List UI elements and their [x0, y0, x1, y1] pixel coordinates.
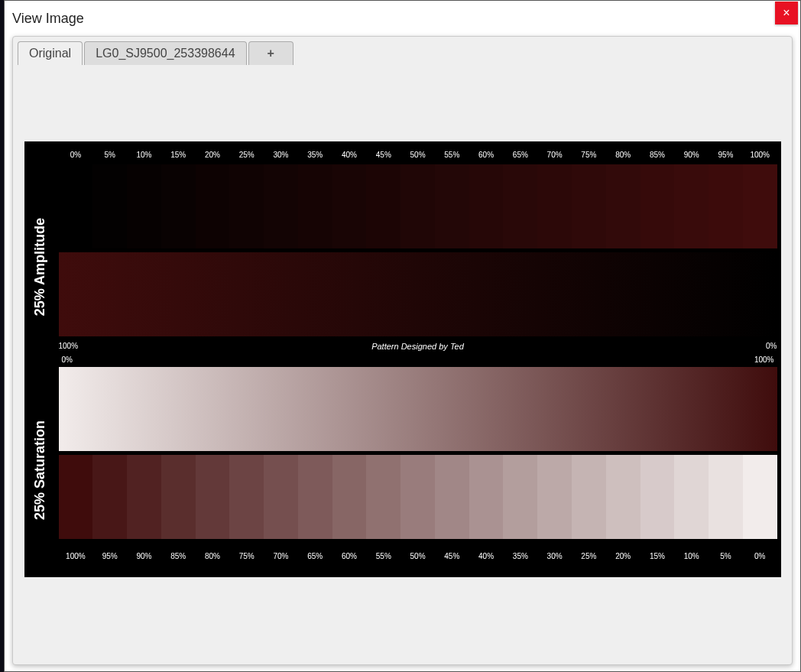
ramp-step	[469, 164, 504, 248]
tick-label: 75%	[229, 552, 264, 560]
ramp-step	[709, 455, 743, 539]
tick-label: 15%	[640, 552, 675, 560]
ramp-step	[435, 164, 469, 248]
ramp-step	[366, 455, 400, 539]
image-canvas-area: 0%5%10%15%20%25%30%35%40%45%50%55%60%65%…	[13, 65, 792, 664]
ramp-step	[229, 455, 264, 539]
ramp-step	[196, 455, 230, 539]
tick-label: 95%	[709, 151, 743, 159]
tick-label: 80%	[196, 552, 230, 560]
mid2-left-label: 0%	[62, 355, 73, 364]
mid2-label-row: 0% 100%	[62, 355, 774, 364]
tick-label: 20%	[196, 151, 230, 159]
close-button[interactable]: ×	[775, 2, 798, 24]
bottom-tick-row: 100%95%90%85%80%75%70%65%60%55%50%45%40%…	[59, 552, 777, 560]
ramp-step	[366, 164, 400, 248]
saturation-desc-strip	[59, 455, 777, 539]
ramp-step	[59, 164, 93, 248]
tick-label: 10%	[674, 552, 709, 560]
ramp-step	[196, 164, 230, 248]
tick-label: 55%	[366, 552, 400, 560]
tick-label: 35%	[503, 552, 537, 560]
ramp-step	[92, 164, 127, 248]
saturation-label: 25% Saturation	[32, 420, 48, 520]
tick-label: 65%	[503, 151, 537, 159]
tick-label: 60%	[469, 151, 504, 159]
ramp-step	[92, 455, 127, 539]
ramp-step	[127, 164, 161, 248]
ramp-step	[127, 455, 161, 539]
ramp-step	[400, 164, 435, 248]
tick-label: 50%	[400, 151, 435, 159]
tab-original[interactable]: Original	[18, 41, 83, 65]
tick-label: 30%	[264, 151, 298, 159]
tick-label: 25%	[572, 552, 606, 560]
tick-label: 40%	[332, 151, 367, 159]
tick-label: 90%	[127, 552, 161, 560]
ramp-step	[161, 455, 196, 539]
mid-left-label: 100%	[59, 342, 79, 350]
amplitude-asc-strip	[59, 164, 777, 248]
tick-label: 35%	[298, 151, 332, 159]
ramp-step	[572, 164, 606, 248]
ramp-step	[469, 455, 504, 539]
view-image-window: View Image × Original LG0_SJ9500_2533986…	[4, 0, 801, 672]
tick-label: 45%	[435, 552, 469, 560]
ramp-step	[264, 455, 298, 539]
tick-label: 55%	[435, 151, 469, 159]
mid2-right-label: 100%	[754, 355, 774, 364]
window-title: View Image	[12, 11, 84, 27]
ramp-step	[606, 455, 640, 539]
ramp-step	[229, 164, 264, 248]
pattern-credit: Pattern Designed by Ted	[371, 342, 464, 351]
ramp-step	[503, 164, 537, 248]
tick-label: 20%	[606, 552, 640, 560]
tick-label: 100%	[59, 552, 93, 560]
ramp-step	[572, 455, 606, 539]
tick-label: 70%	[264, 552, 298, 560]
amplitude-label: 25% Amplitude	[32, 218, 48, 316]
tick-label: 5%	[709, 552, 743, 560]
tick-label: 95%	[92, 552, 127, 560]
tick-label: 85%	[161, 552, 196, 560]
ramp-step	[640, 455, 675, 539]
amplitude-desc-strip	[59, 252, 777, 336]
tick-label: 40%	[469, 552, 504, 560]
ramp-step	[332, 455, 367, 539]
tick-label: 15%	[161, 151, 196, 159]
tab-add[interactable]: +	[248, 41, 293, 65]
tick-label: 25%	[229, 151, 264, 159]
titlebar: View Image ×	[5, 1, 800, 36]
ramp-step	[435, 455, 469, 539]
tick-label: 0%	[743, 552, 777, 560]
tab-second[interactable]: LG0_SJ9500_253398644	[84, 41, 246, 65]
tick-label: 0%	[59, 151, 93, 159]
tick-label: 85%	[640, 151, 675, 159]
tick-label: 90%	[674, 151, 709, 159]
ramp-step	[674, 455, 709, 539]
saturation-asc-strip	[59, 367, 777, 451]
client-area: Original LG0_SJ9500_253398644 + 0%5%10%1…	[12, 36, 793, 665]
tick-label: 80%	[606, 151, 640, 159]
ramp-step	[503, 455, 537, 539]
ramp-step	[606, 164, 640, 248]
tick-label: 10%	[127, 151, 161, 159]
tick-label: 100%	[743, 151, 777, 159]
tick-label: 60%	[332, 552, 367, 560]
ramp-step	[298, 164, 332, 248]
ramp-step	[743, 164, 777, 248]
ramp-step	[332, 164, 367, 248]
mid-right-label: 0%	[766, 342, 777, 350]
tick-label: 5%	[92, 151, 127, 159]
ramp-step	[640, 164, 675, 248]
tick-label: 75%	[572, 151, 606, 159]
ramp-step	[298, 455, 332, 539]
close-icon: ×	[783, 6, 790, 20]
tick-label: 50%	[400, 552, 435, 560]
ramp-step	[59, 455, 93, 539]
tick-label: 65%	[298, 552, 332, 560]
tick-label: 45%	[366, 151, 400, 159]
ramp-step	[161, 164, 196, 248]
ramp-step	[709, 164, 743, 248]
ramp-step	[537, 455, 572, 539]
